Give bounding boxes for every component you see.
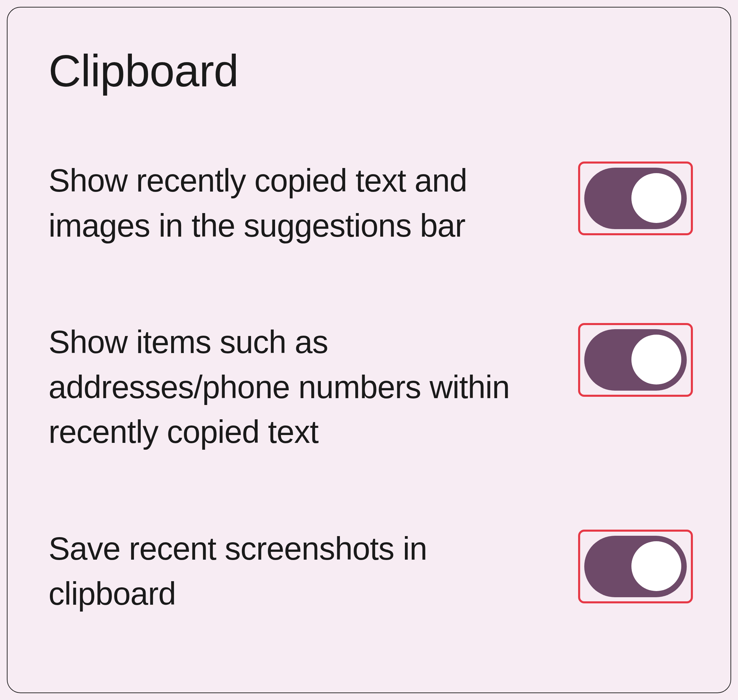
setting-row-show-recent-suggestions: Show recently copied text and images in …: [49, 158, 693, 248]
toggle-thumb: [631, 173, 681, 223]
setting-row-save-screenshots: Save recent screenshots in clipboard: [49, 526, 693, 616]
toggle-thumb: [631, 335, 681, 384]
page-title: Clipboard: [49, 45, 693, 97]
toggle-thumb: [631, 541, 681, 591]
toggle-save-screenshots[interactable]: [584, 536, 687, 597]
highlight-box: [578, 529, 693, 603]
clipboard-settings-panel: Clipboard Show recently copied text and …: [7, 7, 731, 693]
setting-label: Show recently copied text and images in …: [49, 158, 558, 248]
toggle-show-recent-suggestions[interactable]: [584, 168, 687, 229]
setting-row-show-structured-items: Show items such as addresses/phone numbe…: [49, 320, 693, 454]
highlight-box: [578, 323, 693, 397]
setting-label: Show items such as addresses/phone numbe…: [49, 320, 558, 454]
highlight-box: [578, 162, 693, 235]
toggle-show-structured-items[interactable]: [584, 329, 687, 391]
setting-label: Save recent screenshots in clipboard: [49, 526, 558, 616]
